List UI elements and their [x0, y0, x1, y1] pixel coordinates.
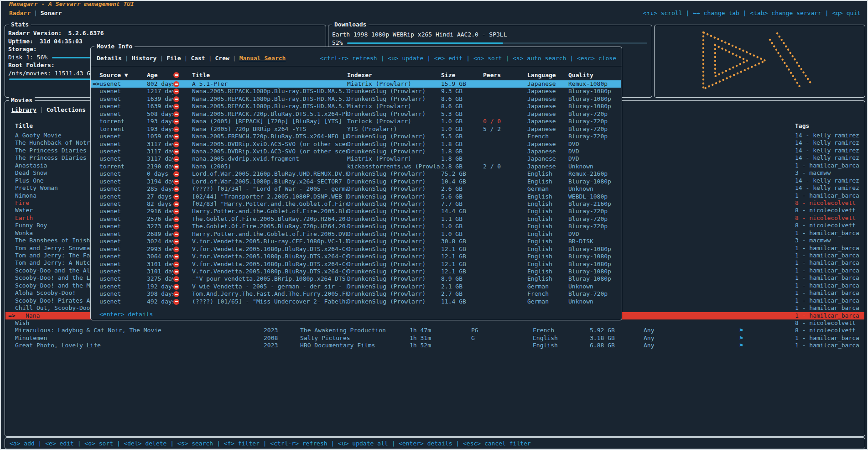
search-result-row[interactable]: usenet 1059 days Nana.2005.FRENCH.720p.B… — [91, 133, 621, 140]
release-language: Japanese — [527, 110, 568, 118]
search-result-row[interactable]: usenet 1639 days Nana.2005.REPACK.1080p.… — [91, 103, 621, 110]
release-quality: DVD — [568, 155, 621, 162]
movie-tags: 1 - hamilcar_barca — [795, 252, 864, 259]
search-result-row[interactable]: => usenet 802 days A 5.1-PTer Miatrix (P… — [91, 80, 621, 88]
tab-file[interactable]: File — [166, 55, 181, 62]
release-size: 8.9 GB — [441, 275, 483, 283]
release-title: Lord.of.War.2005.2160p.BluRay.UHD.REMUX.… — [192, 170, 347, 178]
tab-manual-search[interactable]: Manual Search — [239, 55, 286, 62]
movie-runtime: 1h 52m — [410, 342, 471, 349]
search-result-row[interactable]: usenet 3117 days nana.2005.dvdrip.xvid.f… — [91, 155, 621, 162]
tab-sonarr[interactable]: Sonarr — [41, 10, 62, 16]
release-peers — [483, 238, 527, 245]
movie-info-keybinds: <ctrl-r> refresh | <u> update | <e> edit… — [320, 54, 616, 63]
movie-studio — [300, 319, 410, 327]
search-result-row[interactable]: usenet 3101 days V.for.Vendetta.2005.108… — [91, 261, 621, 268]
tab-history[interactable]: History — [132, 55, 157, 62]
release-source: torrent — [99, 163, 147, 170]
release-source: usenet — [99, 298, 147, 305]
release-indexer: DrunkenSlug (Prowlarr) — [347, 185, 441, 193]
tab-crew[interactable]: Crew — [215, 55, 229, 62]
release-rejected — [173, 103, 192, 110]
release-title: (????) [01/65] - "Miss Undercover 2- Fab… — [192, 298, 347, 305]
tab-details[interactable]: Details — [97, 55, 122, 62]
movie-min-availability — [644, 237, 739, 244]
release-language: French — [527, 290, 568, 298]
search-result-row[interactable]: usenet 1639 days Nana.2005.REPACK.1080p.… — [91, 95, 621, 103]
release-indexer: DrunkenSlug (Prowlarr) — [347, 283, 441, 290]
movie-tags: 1 - hamilcar_barca — [795, 335, 864, 342]
release-language: Japanese — [527, 95, 568, 103]
search-result-row[interactable]: usenet 3273 days The.Goblet.Of.Fire.2005… — [91, 223, 621, 230]
release-quality: Bluray-720p — [568, 223, 621, 230]
search-result-row[interactable]: usenet 398 days Tom.And.Jerry.The.Fast.A… — [91, 290, 621, 298]
search-result-row[interactable]: usenet 2689 days Harry.Potter.and.the.Go… — [91, 230, 621, 238]
release-age: 398 days — [147, 290, 173, 298]
movie-min-availability — [644, 252, 739, 259]
release-size: 7.7 GB — [441, 200, 483, 208]
movie-row[interactable]: Minutemen 2008 Salty Pictures 1h 31m G E… — [5, 335, 864, 342]
tab-collections[interactable]: Collections — [47, 106, 86, 113]
release-peers: 0 / 0 — [483, 118, 527, 125]
search-result-row[interactable]: torrent 2190 days Nana (2005) kickasstor… — [91, 163, 621, 170]
release-age: 3101 days — [147, 268, 173, 275]
release-language: Japanese — [527, 163, 568, 170]
column-source[interactable]: Source ▼ — [99, 71, 147, 79]
search-result-row[interactable]: usenet 3101 days V.for.Vendetta.2005.108… — [91, 268, 621, 275]
movie-studio: The Awakening Production — [300, 327, 410, 334]
search-result-row[interactable]: usenet 27 days [02/44] "Transporter 2.20… — [91, 193, 621, 200]
search-result-row[interactable]: usenet 3064 days V.for.Vendetta.2005.108… — [91, 253, 621, 260]
search-result-row[interactable]: usenet 508 days Nana.2005.REPACK.720p.Bl… — [91, 110, 621, 118]
release-indexer: DrunkenSlug (Prowlarr) — [347, 193, 441, 200]
search-result-row[interactable]: usenet 3117 days Nana.2005.DVDRip.XviD.A… — [91, 148, 621, 155]
release-rejected — [173, 163, 192, 170]
release-age: 2190 days — [147, 163, 173, 170]
tab-cast[interactable]: Cast — [191, 55, 205, 62]
search-result-row[interactable]: usenet 1217 days Nana.2005.REPACK.1080p.… — [91, 88, 621, 95]
movie-row[interactable]: Great Photo, Lovely Life 2023 HBO Docume… — [5, 342, 864, 349]
release-quality: DVD — [568, 148, 621, 155]
tab-separator: | — [233, 55, 236, 62]
search-result-row[interactable]: usenet 192 days V wie Vendetta - 2005 - … — [91, 283, 621, 290]
release-title: Nana (2005) [REPACK] [720p] [BluRay] [YT… — [192, 118, 347, 125]
release-quality: Bluray-1080p — [568, 246, 621, 253]
tab-radarr[interactable]: Radarr — [9, 10, 31, 16]
search-result-row[interactable]: usenet 3024 days V.for.Vendetta.2005.Blu… — [91, 238, 621, 245]
release-peers — [483, 246, 527, 253]
search-result-row[interactable]: usenet 3275 days -"V pour vendetta.2005.… — [91, 275, 621, 283]
search-result-row[interactable]: usenet 285 days (????) [01/34] - "Lord o… — [91, 185, 621, 193]
search-result-row[interactable]: usenet 3194 days Lord.of.War.2005.1080p.… — [91, 178, 621, 185]
movie-tags: 8 - nicolecolvett — [795, 207, 864, 214]
search-result-row[interactable]: usenet 2576 days The.Goblet.Of.Fire.2005… — [91, 215, 621, 223]
search-result-row[interactable]: torrent 193 days Nana (2005) [REPACK] [7… — [91, 118, 621, 125]
release-age: 3194 days — [147, 178, 173, 185]
movie-row[interactable]: Wish 8 - nicolecolvett — [5, 319, 864, 327]
release-peers — [483, 268, 527, 275]
release-peers — [483, 170, 527, 178]
movie-min-availability — [644, 259, 739, 267]
tag-icon — [739, 230, 795, 237]
search-result-row[interactable]: usenet 492 days (????) [01/65] - "Miss U… — [91, 298, 621, 305]
release-indexer: DrunkenSlug (Prowlarr) — [347, 230, 441, 238]
tab-library[interactable]: Library — [11, 106, 36, 113]
search-result-row[interactable]: usenet 82 days [02/83] "Harry.Potter.and… — [91, 200, 621, 208]
column-language: Language — [527, 71, 568, 79]
tag-icon — [739, 147, 795, 154]
movie-row[interactable]: Miraculous: Ladybug & Cat Noir, The Movi… — [5, 327, 864, 334]
movie-min-availability — [644, 319, 739, 327]
release-rejected — [173, 88, 192, 95]
selection-arrow-icon: => — [93, 80, 100, 88]
release-age: 3101 days — [147, 261, 173, 268]
release-age: 0 days — [147, 170, 173, 178]
search-result-row[interactable]: usenet 3117 days Nana.2005.DVDRip.XviD.A… — [91, 141, 621, 148]
search-result-row[interactable]: usenet 2916 days Harry.Potter.and.the.Go… — [91, 208, 621, 215]
release-source: usenet — [99, 141, 147, 148]
release-age: 2916 days — [147, 208, 173, 215]
release-indexer: YTS (Prowlarr) — [347, 126, 441, 133]
rejection-icon — [173, 239, 179, 245]
rejection-icon — [173, 111, 179, 117]
search-result-row[interactable]: usenet 2993 days V.for.Vendetta.2005.108… — [91, 246, 621, 253]
search-result-row[interactable]: usenet 0 days Lord.of.War.2005.2160p.Blu… — [91, 170, 621, 178]
search-result-row[interactable]: torrent 193 days Nana (2005) 720p BRRip … — [91, 126, 621, 133]
release-source: usenet — [99, 110, 147, 118]
